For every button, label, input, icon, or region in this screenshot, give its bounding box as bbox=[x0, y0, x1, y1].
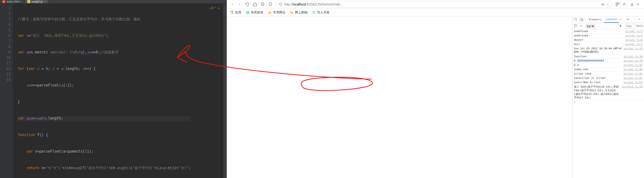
console-toolbar: ⊘ top ◉ Defa bbox=[572, 23, 644, 29]
tab-script2-js[interactable]: JS script2.js × bbox=[25, 0, 48, 3]
context-select[interactable]: top bbox=[586, 24, 595, 28]
warnings-badge[interactable]: ⚠ 6 ^ v bbox=[209, 6, 220, 11]
console-row[interactable]: undefinedscript.js:3 bbox=[572, 29, 644, 34]
svg-rect-6 bbox=[616, 3, 618, 4]
folder-icon bbox=[290, 11, 294, 14]
log-source-link[interactable]: script.js:67 bbox=[624, 81, 642, 84]
console-row[interactable]: index.htmscript.js:48 bbox=[572, 67, 644, 72]
shield-icon[interactable] bbox=[268, 2, 272, 6]
info-icon: i bbox=[279, 3, 282, 6]
log-message: undefined bbox=[574, 34, 623, 37]
kebab-icon[interactable]: ⋮ bbox=[633, 18, 636, 22]
code-area[interactable]: 1234567891011121314 //栗子：提取字符串中的分数，汇总后算出… bbox=[0, 4, 227, 178]
log-message: function bbox=[574, 55, 622, 58]
code-body[interactable]: //栗子：提取字符串中的分数，汇总后算出平均分，并与每个分数比较。输出 var … bbox=[13, 4, 191, 178]
log-message: object bbox=[574, 38, 623, 42]
filter-input[interactable] bbox=[625, 24, 636, 28]
log-source-link[interactable]: script.js:3 bbox=[625, 30, 642, 33]
log-message: 张三 56分(低于平均分20.5分),李四74分(低于平均分2.5分),王五92… bbox=[574, 85, 620, 100]
console-row[interactable]: undefinedscript.js:4 bbox=[572, 34, 644, 38]
console-row[interactable]: nullscript.js:7 bbox=[572, 42, 644, 46]
home-icon[interactable] bbox=[253, 2, 257, 6]
console-row[interactable]: 张三 56分(低于平均分20.5分),李四74分(低于平均分2.5分),王五92… bbox=[572, 84, 644, 100]
console-output[interactable]: undefinedscript.js:3undefinedscript.js:4… bbox=[572, 29, 644, 178]
console-row[interactable]: 0.30000000000000004script.js:39 bbox=[572, 59, 644, 63]
code-editor: H index.html × JS script2.js × 123456789… bbox=[0, 0, 227, 178]
download-icon[interactable] bbox=[630, 2, 634, 6]
close-icon[interactable]: × bbox=[638, 18, 642, 22]
import-bookmark[interactable]: 导入书签 bbox=[312, 10, 330, 14]
log-source-link[interactable]: script.js:6 bbox=[625, 38, 642, 42]
page-viewport[interactable] bbox=[227, 16, 572, 178]
svg-rect-17 bbox=[580, 18, 582, 20]
log-source-link[interactable]: script.js:42 bbox=[624, 64, 642, 66]
console-row[interactable]: functionscript.js:34 bbox=[572, 54, 644, 59]
star-icon[interactable]: ☆ bbox=[606, 2, 609, 6]
svg-rect-7 bbox=[618, 3, 619, 4]
minimap[interactable] bbox=[223, 4, 227, 178]
svg-rect-19 bbox=[574, 24, 577, 26]
reload-icon[interactable] bbox=[245, 2, 250, 6]
more-tabs-icon[interactable]: » bbox=[620, 18, 624, 22]
svg-point-11 bbox=[230, 12, 232, 14]
sidebar-toggle-icon[interactable] bbox=[574, 24, 578, 28]
eye-icon[interactable]: ◉ bbox=[620, 24, 624, 28]
svg-point-12 bbox=[232, 12, 233, 14]
device-icon[interactable] bbox=[580, 18, 584, 22]
url-input[interactable]: i http://localhost:63342/JS/Demo2/inde..… bbox=[276, 1, 612, 8]
log-message: 0.3 bbox=[574, 64, 622, 66]
svg-point-15 bbox=[313, 11, 315, 14]
console-row[interactable]: script-javascript.js:52 bbox=[572, 72, 644, 76]
console-prompt[interactable]: > bbox=[572, 100, 644, 104]
inspect-icon[interactable] bbox=[574, 18, 578, 22]
elements-tab[interactable]: Elements bbox=[587, 16, 604, 23]
default-levels[interactable]: Defa bbox=[637, 24, 643, 28]
target-icon bbox=[246, 11, 250, 14]
html-file-icon: H bbox=[2, 0, 5, 3]
close-icon[interactable]: × bbox=[21, 0, 22, 3]
log-message: 0.30000000000000004 bbox=[574, 59, 622, 62]
log-source-link[interactable]: script.js:48 bbox=[624, 68, 642, 71]
console-row[interactable]: objectscript.js:6 bbox=[572, 38, 644, 42]
log-message: javascript is script bbox=[574, 76, 622, 80]
log-source-link[interactable]: script.js:11 bbox=[624, 47, 642, 54]
close-icon[interactable]: × bbox=[44, 0, 45, 3]
browser-body: | Elements Console » ⚙ ⋮ × ⊘ top ◉ Defa … bbox=[227, 16, 644, 178]
log-source-link[interactable]: script.js:7 bbox=[625, 43, 642, 46]
log-source-link[interactable]: script2.js:13 bbox=[622, 85, 642, 100]
tab-index-html[interactable]: H index.html × bbox=[0, 0, 25, 3]
console-row[interactable]: Sun Jul 03 2022 16:30:04 GMT+0800 (中国标准时… bbox=[572, 46, 644, 54]
log-source-link[interactable]: script.js:57 bbox=[624, 76, 642, 80]
qr-icon[interactable] bbox=[616, 2, 620, 6]
gear-icon[interactable]: ⚙ bbox=[627, 18, 631, 22]
forward-icon[interactable] bbox=[238, 2, 242, 6]
url-text: http://localhost:63342/JS/Demo2/inde... bbox=[284, 2, 343, 6]
log-message: Learn Web Is Cool bbox=[574, 81, 622, 84]
translate-icon[interactable]: ⊕ bbox=[601, 2, 604, 6]
extensions-icon[interactable]: ⇄ bbox=[623, 2, 627, 6]
svg-rect-18 bbox=[582, 19, 583, 21]
console-row[interactable]: 0.3script.js:42 bbox=[572, 63, 644, 67]
bookmarks-bar: 应用 杀死标签 常用网址 网上购物 导入书签 bbox=[227, 8, 644, 16]
shopping-bookmark[interactable]: 网上购物 bbox=[290, 10, 308, 14]
menu-icon[interactable]: ≡ bbox=[637, 2, 641, 6]
kill-tab-bookmark[interactable]: 杀死标签 bbox=[246, 10, 264, 14]
log-message: index.htm bbox=[574, 68, 622, 71]
svg-point-10 bbox=[232, 11, 233, 12]
console-tab[interactable]: Console bbox=[604, 16, 619, 23]
log-source-link[interactable]: script.js:39 bbox=[624, 59, 642, 62]
console-row[interactable]: Learn Web Is Coolscript.js:67 bbox=[572, 80, 644, 84]
log-source-link[interactable]: script.js:52 bbox=[624, 72, 642, 75]
log-source-link[interactable]: script.js:4 bbox=[625, 34, 642, 37]
log-source-link[interactable]: script.js:34 bbox=[624, 55, 642, 58]
line-gutter: 1234567891011121314 bbox=[0, 4, 13, 178]
clear-console-icon[interactable]: ⊘ bbox=[580, 24, 584, 28]
log-message: script-java bbox=[574, 72, 622, 75]
apps-icon bbox=[230, 11, 234, 14]
back-icon[interactable] bbox=[230, 2, 234, 6]
js-file-icon: JS bbox=[27, 0, 30, 3]
svg-point-9 bbox=[230, 11, 232, 12]
console-row[interactable]: javascript is scriptscript.js:57 bbox=[572, 76, 644, 80]
apps-bookmark[interactable]: 应用 bbox=[230, 10, 241, 14]
common-url-bookmark[interactable]: 常用网址 bbox=[268, 10, 286, 14]
